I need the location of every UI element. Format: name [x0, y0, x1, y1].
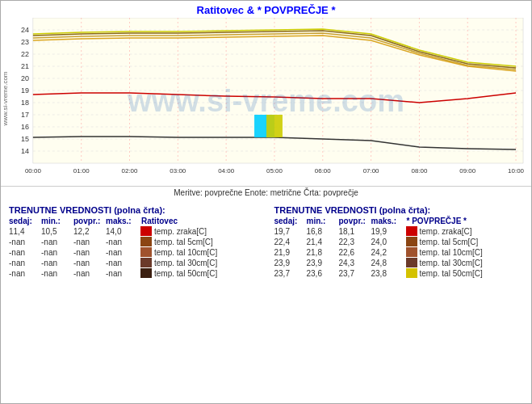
block1-col-headers: sedaj: min.: povpr.: maks.: Ratitovec: [9, 217, 258, 225]
cell-value: 23,6: [307, 269, 339, 278]
cell-value: 22,4: [274, 238, 307, 246]
spacer: [258, 202, 274, 279]
row-label: temp. tal 10cm[C]: [420, 248, 483, 257]
chart-svg-container: www.si-vreme.com: [1, 18, 531, 183]
row-label: temp. zraka[C]: [154, 227, 207, 236]
table-row: 19,716,818,119,9temp. zraka[C]: [274, 226, 524, 236]
svg-text:21: 21: [21, 62, 29, 70]
legend-color-box: [140, 247, 152, 257]
subtitle: Meritve: povprečne Enote: metrične Črta:…: [1, 187, 531, 199]
row-label: temp. tal 10cm[C]: [154, 248, 217, 257]
svg-text:16: 16: [21, 123, 29, 131]
table-row: 23,723,623,723,8temp. tal 50cm[C]: [274, 268, 524, 278]
cell-value: 22,6: [339, 248, 371, 257]
legend-color-box: [406, 247, 417, 257]
row-label: temp. tal 30cm[C]: [420, 259, 483, 267]
station-name-1: Ratitovec: [141, 217, 178, 225]
table-row: -nan-nan-nan-nantemp. tal 10cm[C]: [9, 247, 258, 257]
row-label: temp. zraka[C]: [420, 227, 472, 236]
svg-text:19: 19: [21, 86, 29, 95]
cell-value: -nan: [9, 238, 41, 246]
svg-text:01:00: 01:00: [73, 167, 90, 175]
svg-text:02:00: 02:00: [122, 167, 138, 175]
cell-value: 21,8: [307, 248, 339, 257]
svg-text:06:00: 06:00: [315, 167, 331, 175]
cell-value: 21,9: [274, 248, 307, 257]
row-label: temp. tal 50cm[C]: [154, 269, 217, 278]
svg-text:00:00: 00:00: [25, 167, 41, 175]
table-row: 22,421,422,324,0temp. tal 5cm[C]: [274, 237, 524, 246]
data-block-2: TRENUTNE VREDNOSTI (polna črta): sedaj: …: [274, 202, 524, 279]
block2-rows: 19,716,818,119,9temp. zraka[C]22,421,422…: [274, 226, 524, 278]
cell-value: 21,4: [307, 238, 339, 246]
row-label: temp. tal 5cm[C]: [154, 238, 213, 246]
cell-value: 12,2: [73, 227, 106, 236]
svg-text:23: 23: [21, 38, 29, 46]
table-row: -nan-nan-nan-nantemp. tal 5cm[C]: [9, 237, 258, 246]
cell-value: -nan: [106, 269, 138, 278]
table-row: -nan-nan-nan-nantemp. tal 30cm[C]: [9, 258, 258, 267]
cell-value: -nan: [9, 248, 41, 257]
cell-value: -nan: [106, 248, 138, 257]
cell-value: -nan: [41, 248, 73, 257]
cell-value: -nan: [9, 269, 41, 278]
cell-value: 16,8: [307, 227, 339, 236]
legend-color-box: [406, 226, 417, 236]
cell-value: -nan: [73, 238, 106, 246]
svg-text:22: 22: [21, 50, 29, 58]
chart-area: Ratitovec & * POVPREČJE * www.si-vreme.c…: [1, 1, 531, 187]
cell-value: 23,7: [274, 269, 307, 278]
cell-value: 11,4: [9, 227, 41, 236]
col-sedaj-1: sedaj:: [9, 217, 41, 225]
legend-color-box: [140, 237, 152, 246]
svg-text:05:00: 05:00: [266, 167, 283, 175]
cell-value: 18,1: [339, 227, 371, 236]
subtitle-bar: Meritve: povprečne Enote: metrične Črta:…: [1, 187, 531, 199]
main-container: Ratitovec & * POVPREČJE * www.si-vreme.c…: [0, 0, 532, 404]
block1-header: TRENUTNE VREDNOSTI (polna črta):: [9, 205, 258, 215]
row-label: temp. tal 30cm[C]: [154, 259, 217, 267]
cell-value: 24,0: [371, 238, 404, 246]
svg-text:24: 24: [21, 26, 29, 34]
svg-text:10:00: 10:00: [508, 167, 524, 175]
station-name-2: * POVPREČJE *: [407, 217, 467, 225]
svg-text:17: 17: [21, 111, 29, 119]
legend-color-box: [140, 258, 152, 267]
data-section: TRENUTNE VREDNOSTI (polna črta): sedaj: …: [1, 199, 531, 282]
svg-text:07:00: 07:00: [363, 167, 379, 175]
cell-value: -nan: [106, 259, 138, 267]
row-label: temp. tal 50cm[C]: [420, 269, 483, 278]
block2-header: TRENUTNE VREDNOSTI (polna črta):: [274, 205, 524, 215]
cell-value: 24,3: [339, 259, 371, 267]
svg-text:08:00: 08:00: [411, 167, 427, 175]
cell-value: 10,5: [41, 227, 73, 236]
cell-value: 23,9: [307, 259, 339, 267]
table-row: 21,921,822,624,2temp. tal 10cm[C]: [274, 247, 524, 257]
table-row: 23,923,924,324,8temp. tal 30cm[C]: [274, 258, 524, 267]
col-sedaj-2: sedaj:: [274, 217, 307, 225]
cell-value: -nan: [106, 238, 138, 246]
svg-text:03:00: 03:00: [170, 167, 186, 175]
svg-text:15: 15: [21, 135, 29, 143]
cell-value: -nan: [41, 238, 73, 246]
cell-value: -nan: [73, 248, 106, 257]
col-maks-1: maks.:: [106, 217, 138, 225]
cell-value: -nan: [73, 269, 106, 278]
cell-value: -nan: [73, 259, 106, 267]
legend-color-box: [406, 268, 417, 278]
cell-value: 23,9: [274, 259, 307, 267]
chart-svg: 24 23 22 21 20 19 18 17 16 15 14 00:00 0…: [1, 18, 531, 179]
cell-value: -nan: [41, 269, 73, 278]
cell-value: 23,7: [339, 269, 371, 278]
svg-text:www.si-vreme.com: www.si-vreme.com: [2, 71, 9, 126]
col-min-1: min.:: [41, 217, 73, 225]
svg-text:14: 14: [21, 147, 29, 155]
data-block-1: TRENUTNE VREDNOSTI (polna črta): sedaj: …: [9, 202, 258, 279]
table-row: -nan-nan-nan-nantemp. tal 50cm[C]: [9, 268, 258, 278]
cell-value: -nan: [9, 259, 41, 267]
block2-col-headers: sedaj: min.: povpr.: maks.: * POVPREČJE …: [274, 217, 524, 225]
legend-color-box: [140, 268, 152, 278]
svg-rect-46: [266, 115, 283, 137]
cell-value: 22,3: [339, 238, 371, 246]
legend-color-box: [406, 237, 417, 246]
